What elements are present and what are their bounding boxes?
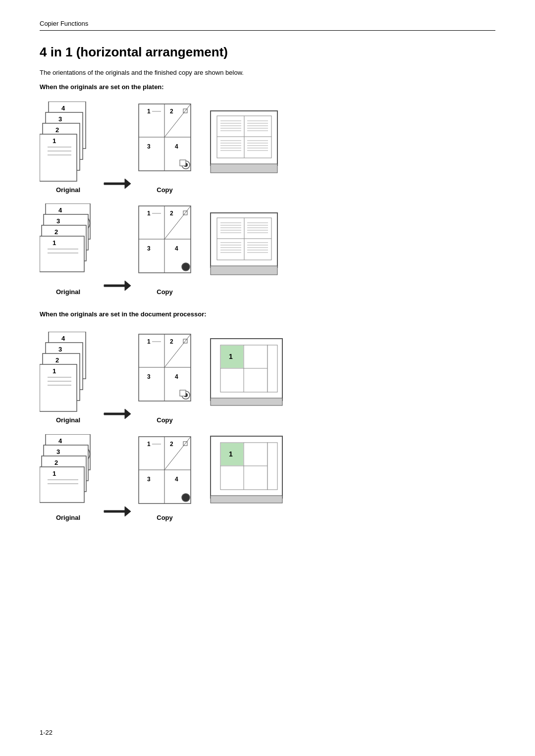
svg-text:3: 3	[147, 476, 151, 483]
svg-rect-15	[40, 134, 77, 181]
docproc-row2-original-label: Original	[56, 514, 80, 521]
platen-row2-copy-svg: 1 2 3 4	[136, 203, 193, 285]
platen-row2-copy-label: Copy	[157, 288, 173, 296]
svg-text:1: 1	[53, 367, 56, 375]
svg-text:3: 3	[147, 245, 151, 252]
svg-text:3: 3	[58, 115, 62, 123]
svg-rect-111	[211, 266, 277, 275]
platen-row1: 4 3 2	[40, 101, 495, 194]
platen-row2-original-svg: 4 3 2 1	[40, 203, 97, 285]
platen-row2-original-group: 4 3 2 1	[40, 203, 97, 296]
svg-text:3: 3	[147, 373, 151, 380]
platen-row2-original-label: Original	[56, 288, 80, 296]
svg-text:4: 4	[58, 437, 62, 445]
platen-row1-copy-label: Copy	[157, 186, 173, 194]
svg-text:1: 1	[53, 239, 56, 247]
svg-text:1: 1	[53, 137, 56, 145]
svg-text:1: 1	[53, 470, 56, 477]
breadcrumb: Copier Functions	[40, 20, 495, 31]
platen-row1-original-svg: 4 3 2	[40, 101, 97, 183]
docproc-row2-preview: 1	[208, 434, 285, 507]
platen-row1-preview	[208, 108, 280, 180]
page: Copier Functions 4 in 1 (horizontal arra…	[0, 0, 535, 756]
platen-row1-copy-svg: 1 2 3 4	[136, 101, 193, 183]
section1-label: When the originals are set on the platen…	[40, 83, 495, 91]
svg-text:2: 2	[170, 441, 173, 448]
svg-text:2: 2	[55, 126, 59, 134]
svg-text:1: 1	[229, 450, 233, 458]
svg-text:3: 3	[56, 448, 60, 455]
svg-rect-127	[40, 364, 77, 411]
docproc-row2-copy-group: 1 2 3 4 Copy	[136, 434, 193, 521]
docproc-row1: 4 3 2 1	[40, 332, 495, 424]
svg-text:1: 1	[229, 353, 233, 360]
svg-text:2: 2	[55, 356, 59, 364]
svg-text:4: 4	[175, 476, 178, 483]
svg-text:2: 2	[170, 108, 173, 115]
platen-row2-arrow	[97, 276, 136, 296]
docproc-row1-arrow	[97, 404, 136, 424]
svg-text:1: 1	[147, 338, 151, 345]
docproc-row1-original-label: Original	[56, 416, 80, 424]
svg-rect-71	[40, 236, 84, 272]
svg-marker-20	[104, 179, 131, 189]
svg-text:4: 4	[61, 335, 65, 342]
section2-label: When the originals are set in the docume…	[40, 310, 495, 318]
svg-text:4: 4	[61, 104, 65, 112]
page-title: 4 in 1 (horizontal arrangement)	[40, 45, 495, 60]
docproc-row2: 4 3 2 1 Original	[40, 434, 495, 521]
svg-rect-145	[180, 390, 186, 396]
svg-text:1: 1	[147, 108, 151, 115]
svg-text:2: 2	[170, 210, 173, 217]
svg-text:3: 3	[58, 346, 62, 353]
svg-text:1: 1	[147, 441, 151, 448]
platen-row2-copy-group: 1 2 3 4 Copy	[136, 203, 193, 296]
svg-text:2: 2	[54, 459, 58, 466]
page-number: 1-22	[40, 729, 53, 736]
svg-text:3: 3	[147, 143, 151, 150]
svg-text:4: 4	[175, 373, 178, 380]
svg-text:2: 2	[54, 228, 58, 236]
intro-text: The orientations of the originals and th…	[40, 69, 495, 76]
platen-row1-copy-group: 1 2 3 4 Copy	[136, 101, 193, 194]
docproc-row2-copy-label: Copy	[157, 514, 173, 521]
svg-rect-152	[268, 345, 277, 392]
svg-point-86	[182, 263, 190, 271]
platen-row1-original-label: Original	[56, 186, 80, 194]
svg-text:2: 2	[170, 338, 173, 345]
svg-rect-189	[211, 496, 282, 503]
breadcrumb-text: Copier Functions	[40, 20, 88, 27]
svg-text:4: 4	[175, 245, 178, 252]
docproc-section: 4 3 2 1	[40, 332, 495, 521]
platen-row2-preview	[208, 210, 280, 282]
svg-text:1: 1	[147, 210, 151, 217]
svg-marker-75	[104, 281, 131, 291]
svg-rect-188	[268, 443, 277, 490]
svg-rect-153	[211, 398, 282, 405]
platen-row1-arrow	[97, 174, 136, 194]
docproc-row1-copy-group: 1 2 3 4 Copy	[136, 332, 193, 424]
svg-marker-132	[104, 409, 131, 419]
svg-text:4: 4	[58, 206, 62, 214]
docproc-row2-arrow	[97, 502, 136, 521]
platen-row1-original-group: 4 3 2	[40, 101, 97, 194]
svg-text:3: 3	[56, 217, 60, 225]
docproc-row2-original-group: 4 3 2 1 Original	[40, 434, 97, 521]
svg-rect-33	[180, 160, 186, 166]
platen-section: 4 3 2	[40, 101, 495, 296]
svg-marker-170	[104, 506, 131, 516]
docproc-row1-original-group: 4 3 2 1	[40, 332, 97, 424]
docproc-row1-preview: 1	[208, 336, 285, 410]
docproc-row1-copy-label: Copy	[157, 416, 173, 424]
svg-point-181	[182, 494, 190, 502]
svg-rect-58	[211, 164, 277, 173]
platen-row2: 4 3 2 1	[40, 203, 495, 296]
svg-text:4: 4	[175, 143, 178, 150]
svg-rect-166	[40, 467, 84, 503]
